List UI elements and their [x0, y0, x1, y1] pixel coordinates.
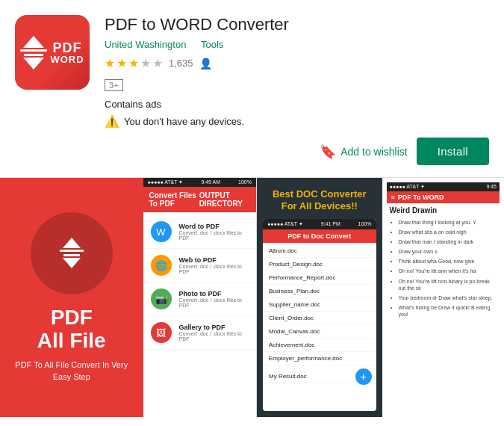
doc-item: Employer_performance.doc	[263, 352, 376, 365]
ss3-status-right: 100%	[358, 221, 372, 227]
fab-button[interactable]: +	[355, 368, 372, 385]
bullet-item: Think about wha Good, now give	[399, 258, 497, 265]
doc-item: Achievement.doc	[263, 339, 376, 352]
menu-item-web: 🌐 Web to PDF Convert .doc / .docx files …	[143, 249, 257, 283]
ss4-content: Weird Drawin Draw that thing t looking a…	[387, 203, 500, 324]
screenshots-section: PDFAll File PDF To All File Convert In V…	[0, 178, 504, 417]
rating-row: ★ ★ ★ ★ ★ 1,635 👤	[105, 56, 489, 70]
bullet-item: Oh no! You're litt non-binary is po brea…	[399, 278, 497, 291]
app-details: PDF to WORD Converter United Washington …	[105, 15, 489, 165]
bullet-item: Oh no! You're litt arm when it's ha	[399, 268, 497, 274]
doc-item: Business_Plan.doc	[263, 285, 376, 298]
ss3-doc-list: Album.doc Product_Design.doc Performance…	[263, 243, 376, 389]
ss3-phone-body: ●●●●● AT&T ✦ 9:41 PM 100% PDF to Doc Con…	[263, 219, 376, 411]
doc-item: Album.doc	[263, 244, 376, 258]
arrow-up-icon	[23, 36, 44, 48]
ss1-main-text: PDFAll File	[37, 306, 106, 353]
doc-item: Modal_Canvas.doc	[263, 325, 376, 339]
bullet-item: Draw what sits a on cold nigh	[399, 229, 497, 235]
ss4-bullet-list: Draw that thing t looking at you. Y Draw…	[390, 219, 497, 318]
age-badge: 3+	[105, 79, 123, 91]
warning-row: ⚠️ You don't have any devices.	[105, 114, 489, 129]
warning-icon: ⚠️	[105, 114, 119, 129]
bullet-item: Draw your own s	[399, 248, 497, 255]
app-icon: PDF WORD	[15, 15, 90, 90]
ss3-status-left: ●●●●● AT&T ✦	[267, 221, 303, 227]
screenshot-4: ●●●●● AT&T ✦ 9:45 ≡ PDF To WORD Weird Dr…	[382, 178, 505, 417]
ss3-status-time: 9:41 PM	[321, 221, 340, 227]
doc-item: Product_Design.doc	[263, 258, 376, 271]
bullet-item: Your bedroom dr Draw what's star sleep.	[399, 294, 497, 301]
ss3-phone-title: PDF to Doc Convert	[263, 229, 376, 243]
doc-item: My Result.doc	[263, 370, 351, 383]
screenshot-3: Best DOC ConverterFor All Devices!! ●●●●…	[257, 178, 382, 417]
screenshot-1: PDFAll File PDF To All File Convert In V…	[0, 178, 143, 417]
ss3-headline: Best DOC ConverterFor All Devices!!	[263, 184, 376, 216]
menu-item-word: W Word to PDF Convert .doc / .docx files…	[143, 215, 257, 249]
app-meta: United Washington Tools	[105, 39, 489, 50]
ss4-title: ≡ PDF To WORD	[387, 191, 500, 203]
ss4-status-right: 9:45	[486, 184, 497, 190]
app-title: PDF to WORD Converter	[105, 15, 489, 34]
icon-pdf-text: PDF	[50, 41, 84, 55]
ss2-status-right: 100%	[238, 179, 252, 185]
ss2-status-time: 9:49 AM	[201, 179, 220, 185]
person-icon: 👤	[199, 58, 212, 70]
screenshot-2: ●●●●● AT&T ✦ 9:49 AM 100% Convert Files …	[143, 178, 258, 417]
hamburger-icon: ≡	[391, 194, 395, 201]
wishlist-button[interactable]: 🔖 Add to wishlist	[320, 143, 407, 160]
arrow-down-icon	[23, 58, 44, 70]
top-section: PDF WORD PDF to WORD Converter United Wa…	[0, 0, 504, 178]
ss2-title: Convert Files To PDF	[149, 191, 199, 208]
doc-item: Performance_Report.doc	[263, 271, 376, 285]
doc-item: Supplier_name.doc	[263, 298, 376, 312]
contains-ads-label: Contains ads	[105, 99, 489, 110]
action-row: 🔖 Add to wishlist Install	[105, 138, 489, 165]
ss2-status-left: ●●●●● AT&T ✦	[148, 179, 184, 185]
star-rating: ★ ★ ★ ★ ★	[105, 56, 163, 70]
wishlist-icon: 🔖	[320, 143, 336, 160]
bullet-item: Draw that man t standing in dark	[399, 238, 497, 245]
bullet-item: Draw that thing t looking at you. Y	[399, 219, 497, 226]
warning-text: You don't have any devices.	[124, 116, 244, 127]
menu-item-photo: 📷 Photo to PDF Convert .doc / .docx file…	[143, 283, 257, 316]
review-count: 1,635	[169, 58, 193, 69]
developer-name[interactable]: United Washington	[105, 39, 186, 50]
ss4-status-left: ●●●●● AT&T ✦	[390, 184, 426, 190]
icon-word-text: WORD	[50, 55, 84, 64]
menu-item-gallery: 🖼 Gallery to PDF Convert .doc / .docx fi…	[143, 316, 257, 350]
ss1-subtitle: PDF To All File Convert In Very Easy Ste…	[15, 359, 128, 383]
app-category[interactable]: Tools	[201, 39, 223, 50]
doc-item: Client_Order.doc	[263, 312, 376, 325]
ss2-title-bar: Convert Files To PDF OUTPUT DIRECTORY	[143, 187, 257, 212]
ss2-menu-items: W Word to PDF Convert .doc / .docx files…	[143, 212, 257, 353]
bullet-item: What's hiding be Draw it quick! B eating…	[399, 304, 497, 318]
install-button[interactable]: Install	[417, 138, 489, 165]
ss2-output: OUTPUT DIRECTORY	[199, 191, 250, 208]
ss1-circle-icon	[31, 212, 113, 294]
ss4-heading: Weird Drawin	[390, 206, 497, 214]
